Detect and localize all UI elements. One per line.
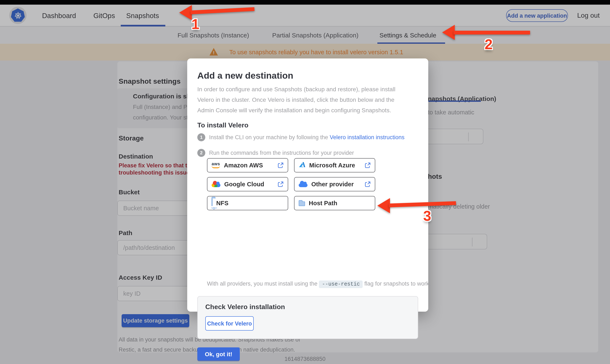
folder-icon — [299, 201, 305, 206]
step-1-badge: 1 — [197, 133, 205, 141]
step-2-text: Run the commands from the instructions f… — [209, 150, 354, 156]
azure-logo-icon — [299, 161, 305, 169]
restic-note-after: flag for snapshots to work. — [364, 281, 430, 287]
restic-note: With all providers, you must install usi… — [207, 281, 431, 287]
annotation-label-2: 2 — [485, 36, 493, 52]
external-link-icon — [278, 162, 284, 168]
provider-label: NFS — [216, 200, 228, 207]
provider-button-google-cloud[interactable]: Google Cloud — [207, 177, 288, 191]
check-velero-section: Check Velero installation Check for Vele… — [197, 296, 418, 339]
provider-label: Other provider — [311, 181, 354, 188]
provider-label: Google Cloud — [224, 181, 264, 188]
velero-instructions-link[interactable]: Velero installation instructions — [330, 134, 404, 141]
aws-logo-icon: aws — [212, 162, 220, 168]
external-link-icon — [365, 162, 371, 168]
modal-intro-line2: Velero in the cluster. Once Velero is in… — [197, 96, 394, 103]
provider-label: Amazon AWS — [224, 162, 263, 169]
provider-button-nfs[interactable]: NFS — [207, 196, 288, 210]
check-velero-heading: Check Velero installation — [205, 303, 285, 311]
ok-got-it-button[interactable]: Ok, got it! — [197, 347, 240, 360]
step-1-instruction: Install the CLI on your machine by follo… — [209, 134, 328, 141]
annotation-arrow-2-head — [442, 25, 455, 40]
modal-intro-line1: In order to configure and use Snapshots … — [197, 86, 395, 92]
annotation-arrow-1-head — [179, 5, 192, 20]
modal-intro-line3: Admin Console will verify the installati… — [197, 107, 391, 114]
provider-button-amazon-aws[interactable]: aws Amazon AWS — [207, 158, 288, 172]
step-2-badge: 2 — [197, 149, 205, 157]
step-1-text: Install the CLI on your machine by follo… — [209, 134, 404, 141]
external-link-icon — [278, 181, 284, 187]
annotation-label-3: 3 — [423, 208, 431, 224]
restic-note-before: With all providers, you must install usi… — [207, 281, 317, 287]
use-restic-flag: --use-restic — [319, 281, 363, 288]
check-for-velero-button[interactable]: Check for Velero — [205, 316, 254, 331]
install-velero-heading: To install Velero — [197, 122, 248, 129]
provider-label: Microsoft Azure — [309, 162, 355, 169]
external-link-icon — [365, 181, 371, 187]
modal-title: Add a new destination — [197, 71, 293, 81]
provider-button-microsoft-azure[interactable]: Microsoft Azure — [294, 158, 375, 172]
provider-button-host-path[interactable]: Host Path — [294, 196, 375, 210]
provider-label: Host Path — [309, 200, 337, 207]
annotation-arrow-2-tail — [454, 31, 530, 35]
nfs-folder-icon — [212, 198, 212, 206]
cloud-icon — [299, 183, 308, 187]
google-cloud-logo-icon — [212, 183, 221, 187]
provider-button-other-provider[interactable]: Other provider — [294, 177, 375, 191]
screenshot-stage: Dashboard GitOps Snapshots Add a new app… — [0, 0, 610, 364]
annotation-arrow-3-head — [377, 198, 390, 213]
add-destination-modal: Add a new destination In order to config… — [187, 58, 428, 312]
annotation-label-1: 1 — [191, 16, 199, 32]
